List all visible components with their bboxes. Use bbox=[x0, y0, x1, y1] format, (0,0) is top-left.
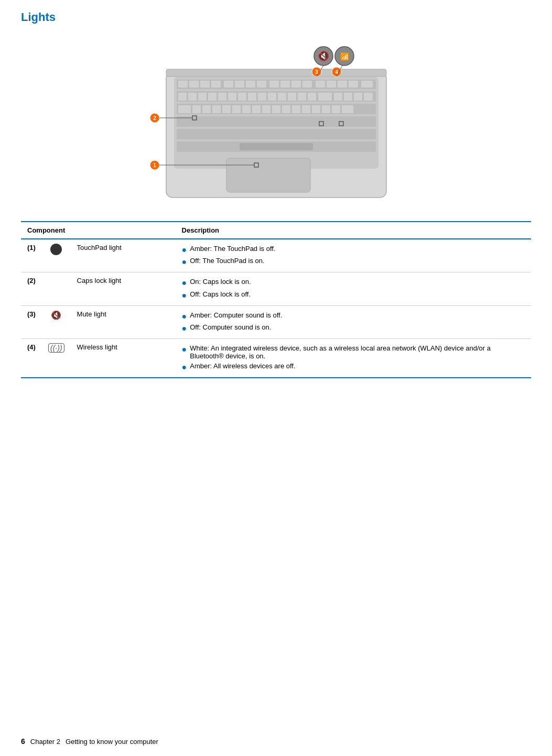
svg-rect-21 bbox=[291, 81, 301, 87]
svg-rect-56 bbox=[272, 105, 280, 113]
bullet-icon: ● bbox=[182, 290, 187, 300]
list-item: ●Off: Caps lock is off. bbox=[182, 289, 525, 301]
row-number: (2) bbox=[21, 272, 42, 305]
svg-rect-27 bbox=[361, 81, 373, 87]
svg-rect-34 bbox=[238, 93, 246, 101]
svg-rect-46 bbox=[364, 93, 373, 101]
component-table: Component Description (1)TouchPad light●… bbox=[21, 221, 531, 378]
svg-rect-26 bbox=[349, 81, 358, 87]
svg-rect-45 bbox=[354, 93, 362, 101]
row-icon bbox=[42, 272, 71, 305]
svg-rect-48 bbox=[192, 105, 201, 113]
description-text: Amber: All wireless devices are off. bbox=[190, 362, 295, 370]
svg-rect-41 bbox=[308, 93, 316, 101]
row-icon: ((·)) bbox=[42, 339, 71, 378]
table-row: (2)Caps lock light●On: Caps lock is on.●… bbox=[21, 272, 531, 305]
svg-rect-5 bbox=[177, 116, 376, 127]
svg-rect-59 bbox=[302, 105, 310, 113]
table-row: (3)🔇Mute light●Amber: Computer sound is … bbox=[21, 305, 531, 338]
svg-rect-44 bbox=[344, 93, 352, 101]
bullet-icon: ● bbox=[182, 257, 187, 267]
svg-rect-6 bbox=[177, 129, 376, 139]
svg-rect-49 bbox=[202, 105, 211, 113]
svg-rect-17 bbox=[246, 81, 255, 87]
svg-rect-10 bbox=[166, 69, 386, 76]
row-component-name: Caps lock light bbox=[71, 272, 176, 305]
list-item: ●Amber: Computer sound is off. bbox=[182, 310, 525, 322]
svg-rect-37 bbox=[268, 93, 276, 101]
bullet-icon: ● bbox=[182, 311, 187, 321]
row-description: ●On: Caps lock is on.●Off: Caps lock is … bbox=[176, 272, 531, 305]
svg-rect-8 bbox=[240, 143, 313, 150]
svg-rect-35 bbox=[248, 93, 256, 101]
row-icon: 🔇 bbox=[42, 305, 71, 338]
svg-text:📶: 📶 bbox=[340, 52, 349, 61]
description-text: On: Caps lock is on. bbox=[190, 278, 251, 286]
svg-rect-13 bbox=[200, 81, 210, 87]
row-description: ●Amber: The TouchPad is off.●Off: The To… bbox=[176, 239, 531, 272]
svg-rect-58 bbox=[292, 105, 300, 113]
svg-rect-31 bbox=[208, 93, 217, 101]
table-header-description: Description bbox=[176, 222, 531, 239]
list-item: ●On: Caps lock is on. bbox=[182, 277, 525, 289]
bullet-icon: ● bbox=[182, 323, 187, 333]
svg-rect-9 bbox=[226, 158, 310, 192]
svg-rect-28 bbox=[178, 93, 187, 101]
svg-text:1: 1 bbox=[153, 162, 156, 168]
description-text: Amber: The TouchPad is off. bbox=[190, 245, 275, 253]
row-description: ●Amber: Computer sound is off.●Off: Comp… bbox=[176, 305, 531, 338]
svg-text:🔇: 🔇 bbox=[318, 50, 330, 62]
svg-rect-16 bbox=[235, 81, 244, 87]
page-footer: 6 Chapter 2 Getting to know your compute… bbox=[21, 737, 531, 746]
row-component-name: Mute light bbox=[71, 305, 176, 338]
description-text: Off: Caps lock is off. bbox=[190, 290, 251, 298]
row-component-name: Wireless light bbox=[71, 339, 176, 378]
svg-rect-51 bbox=[222, 105, 231, 113]
svg-rect-33 bbox=[228, 93, 236, 101]
svg-rect-15 bbox=[224, 81, 233, 87]
svg-rect-19 bbox=[269, 81, 279, 87]
laptop-illustration: 🔇 📶 3 4 2 1 bbox=[124, 38, 428, 205]
wireless-icon: ((·)) bbox=[48, 343, 64, 353]
description-text: Amber: Computer sound is off. bbox=[190, 311, 282, 319]
svg-rect-30 bbox=[198, 93, 207, 101]
svg-rect-36 bbox=[258, 93, 266, 101]
svg-rect-23 bbox=[316, 81, 325, 87]
list-item: ●Amber: All wireless devices are off. bbox=[182, 361, 525, 373]
touchpad-icon bbox=[50, 244, 62, 255]
row-component-name: TouchPad light bbox=[71, 239, 176, 272]
bullet-icon: ● bbox=[182, 278, 187, 288]
row-number: (4) bbox=[21, 339, 42, 378]
svg-rect-24 bbox=[327, 81, 336, 87]
svg-rect-38 bbox=[278, 93, 286, 101]
row-number: (3) bbox=[21, 305, 42, 338]
svg-rect-40 bbox=[298, 93, 306, 101]
svg-rect-61 bbox=[322, 105, 330, 113]
row-icon bbox=[42, 239, 71, 272]
description-text: Off: Computer sound is on. bbox=[190, 323, 271, 331]
footer-chapter-label: Chapter 2 bbox=[30, 738, 60, 746]
svg-rect-25 bbox=[338, 81, 347, 87]
table-header-component: Component bbox=[21, 222, 176, 239]
bullet-icon: ● bbox=[182, 362, 187, 372]
svg-rect-29 bbox=[188, 93, 197, 101]
svg-rect-43 bbox=[334, 93, 342, 101]
svg-rect-47 bbox=[178, 105, 191, 113]
bullet-icon: ● bbox=[182, 344, 187, 354]
bullet-icon: ● bbox=[182, 245, 187, 255]
svg-rect-32 bbox=[218, 93, 226, 101]
svg-text:2: 2 bbox=[153, 115, 156, 121]
table-row: (4)((·))Wireless light●White: An integra… bbox=[21, 339, 531, 378]
row-description: ●White: An integrated wireless device, s… bbox=[176, 339, 531, 378]
svg-rect-54 bbox=[252, 105, 261, 113]
footer-page-number: 6 bbox=[21, 737, 25, 746]
svg-rect-60 bbox=[312, 105, 320, 113]
mute-icon: 🔇 bbox=[51, 310, 61, 320]
svg-rect-52 bbox=[232, 105, 241, 113]
svg-rect-22 bbox=[302, 81, 312, 87]
list-item: ●Amber: The TouchPad is off. bbox=[182, 244, 525, 256]
list-item: ●Off: Computer sound is on. bbox=[182, 322, 525, 334]
svg-rect-53 bbox=[242, 105, 251, 113]
svg-rect-50 bbox=[212, 105, 221, 113]
svg-rect-14 bbox=[211, 81, 221, 87]
